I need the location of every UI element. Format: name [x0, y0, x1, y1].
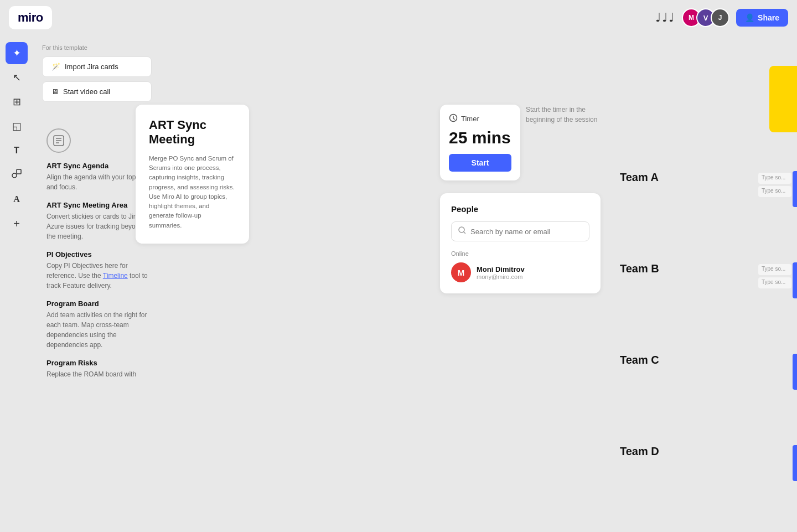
sidebar-tool-add[interactable]: +: [6, 213, 28, 235]
template-section: For this template 🪄 Import Jira cards 🖥 …: [33, 35, 161, 115]
person-name: Moni Dimitrov: [477, 265, 525, 273]
sidebar-tool-magic[interactable]: ✦: [6, 42, 28, 64]
svg-point-0: [12, 173, 17, 178]
topbar: miro ♩♩♩ M V J 👤 Share: [0, 0, 797, 35]
sticky-icon: ◱: [12, 120, 22, 132]
timer-icon: [449, 113, 458, 124]
add-icon: +: [13, 218, 20, 230]
team-b-tag: Type so...: [758, 264, 791, 275]
logo[interactable]: miro: [9, 6, 52, 29]
timer-minutes: 25 mins: [449, 128, 511, 147]
music-icon: ♩♩♩: [655, 11, 675, 25]
import-jira-label: Import Jira cards: [65, 63, 118, 71]
person-email: mony@miro.com: [477, 273, 525, 280]
timer-card: Timer 25 mins Start: [440, 105, 520, 180]
sidebar-tool-cursor[interactable]: ↖: [6, 66, 28, 89]
share-label: Share: [758, 13, 779, 22]
team-c-label: Team C: [620, 354, 659, 366]
art-sync-meeting-card: ART Sync Meeting Merge PO Sync and Scrum…: [136, 105, 249, 244]
cursor-icon: ↖: [13, 71, 21, 84]
share-icon: 👤: [745, 13, 754, 22]
template-label: For this template: [42, 44, 152, 51]
search-icon: [458, 226, 466, 236]
magic-icon: ✦: [13, 47, 21, 59]
sidebar-tool-sticky[interactable]: ◱: [6, 115, 28, 137]
timer-start-button[interactable]: Start: [449, 154, 511, 172]
agenda-section-2-title: PI Objectives: [46, 250, 153, 259]
agenda-icon: [46, 128, 71, 153]
start-video-label: Start video call: [63, 87, 110, 96]
timer-description: Start the timer in the beginning of the …: [526, 105, 614, 125]
team-d-label: Team D: [620, 445, 659, 458]
topbar-right: ♩♩♩ M V J 👤 Share: [655, 8, 788, 27]
teams-panel: Team A Type so... Type so... Team B Type…: [603, 35, 797, 532]
team-a-stripe: [793, 171, 797, 207]
person-info: Moni Dimitrov mony@miro.com: [477, 265, 525, 280]
team-d-stripe: [793, 445, 797, 481]
text-icon: T: [14, 146, 19, 156]
people-card: People Online M Moni Dimitrov mony@miro.…: [440, 193, 601, 293]
table-icon: ⊞: [13, 96, 21, 108]
timer-start-label: Start: [472, 158, 489, 167]
logo-text: miro: [18, 11, 43, 25]
font-icon: A: [13, 194, 20, 204]
sidebar-tool-text[interactable]: T: [6, 140, 28, 162]
yellow-accent: [769, 66, 797, 132]
start-video-button[interactable]: 🖥 Start video call: [42, 81, 152, 102]
jira-icon: 🪄: [51, 63, 60, 71]
team-a-tag2: Type so...: [758, 186, 791, 197]
sidebar-tool-shapes[interactable]: [6, 164, 28, 186]
sidebar-tool-table[interactable]: ⊞: [6, 91, 28, 113]
online-label: Online: [451, 250, 589, 257]
left-sidebar: ✦ ↖ ⊞ ◱ T A +: [0, 35, 33, 532]
share-button[interactable]: 👤 Share: [736, 9, 788, 27]
avatar-3[interactable]: J: [711, 8, 729, 27]
timer-header: Timer: [449, 113, 511, 124]
agenda-section-2-text: Copy PI Objectives here for reference. U…: [46, 261, 153, 291]
timer-label: Timer: [461, 115, 479, 123]
person-avatar: M: [451, 262, 471, 282]
shapes-icon: [12, 169, 22, 182]
canvas: ART Sync Meeting Merge PO Sync and Scrum…: [33, 35, 797, 532]
search-box[interactable]: [451, 221, 589, 241]
person-row: M Moni Dimitrov mony@miro.com: [451, 262, 589, 282]
svg-rect-1: [17, 169, 21, 174]
team-c-stripe: [793, 354, 797, 390]
people-title: People: [451, 204, 589, 214]
team-b-stripe: [793, 262, 797, 298]
art-sync-title: ART Sync Meeting: [149, 118, 236, 147]
video-icon: 🖥: [51, 87, 59, 96]
agenda-section-4-title: Program Risks: [46, 359, 153, 367]
agenda-section-4-text: Replace the ROAM board with: [46, 369, 153, 379]
team-a-tag: Type so...: [758, 173, 791, 184]
search-input[interactable]: [470, 228, 582, 236]
agenda-section-3-title: Program Board: [46, 299, 153, 308]
avatars: M V J: [682, 8, 729, 27]
import-jira-button[interactable]: 🪄 Import Jira cards: [42, 56, 152, 77]
sidebar-tool-font[interactable]: A: [6, 188, 28, 210]
team-b-tag2: Type so...: [758, 277, 791, 288]
agenda-section-3-text: Add team activities on the right for eac…: [46, 310, 153, 350]
team-a-label: Team A: [620, 171, 659, 184]
art-sync-description: Merge PO Sync and Scrum of Scrums into o…: [149, 154, 236, 230]
team-b-label: Team B: [620, 262, 659, 275]
timeline-link[interactable]: Timeline: [103, 272, 128, 280]
